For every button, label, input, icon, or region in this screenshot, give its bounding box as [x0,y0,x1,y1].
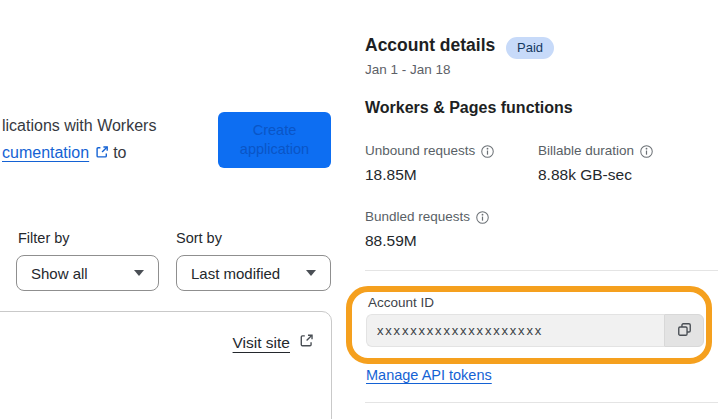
stat-unbound-requests: Unbound requests 18.85M [365,143,494,184]
documentation-link[interactable]: cumentation [2,144,89,161]
copy-icon [676,321,693,341]
external-link-icon [298,332,315,353]
stat-value: 8.88k GB-sec [538,166,653,184]
intro-line2-suffix: to [113,144,126,161]
sort-select-value: Last modified [191,265,280,282]
chevron-down-icon [134,270,144,276]
intro-text: lications with Workers cumentationto [2,112,156,168]
stat-label: Unbound requests [365,143,475,159]
intro-line2: cumentationto [2,139,156,168]
divider [365,270,718,271]
workers-pages-screen: lications with Workers cumentationto Cre… [0,0,718,419]
account-id-input[interactable] [366,314,664,347]
external-link-icon [94,141,110,168]
stat-value: 88.59M [365,232,489,250]
chevron-down-icon [306,270,316,276]
visit-site-row: Visit site [233,332,315,353]
stat-label: Bundled requests [365,209,470,225]
site-card: Visit site [0,311,332,419]
paid-plan-badge: Paid [506,37,554,59]
stat-bundled-requests: Bundled requests 88.59M [365,209,489,250]
stat-label: Billable duration [538,143,634,159]
visit-site-link[interactable]: Visit site [233,334,290,352]
filter-select[interactable]: Show all [16,255,159,291]
account-details-title: Account details [365,35,495,56]
create-application-button[interactable]: Create application [218,112,331,168]
info-icon[interactable] [481,145,494,158]
sort-by-label: Sort by [176,230,222,246]
info-icon[interactable] [476,211,489,224]
filter-select-value: Show all [31,265,88,282]
stat-value: 18.85M [365,166,494,184]
copy-button[interactable] [664,314,704,347]
account-id-group [366,314,704,347]
filter-by-label: Filter by [18,230,70,246]
date-range: Jan 1 - Jan 18 [365,62,451,77]
stat-billable-duration: Billable duration 8.88k GB-sec [538,143,653,184]
divider [365,402,718,403]
manage-api-tokens-link[interactable]: Manage API tokens [366,367,492,383]
usage-section-title: Workers & Pages functions [365,99,573,117]
sort-select[interactable]: Last modified [176,255,331,291]
account-id-label: Account ID [368,295,434,310]
intro-line1: lications with Workers [2,112,156,139]
info-icon[interactable] [640,145,653,158]
